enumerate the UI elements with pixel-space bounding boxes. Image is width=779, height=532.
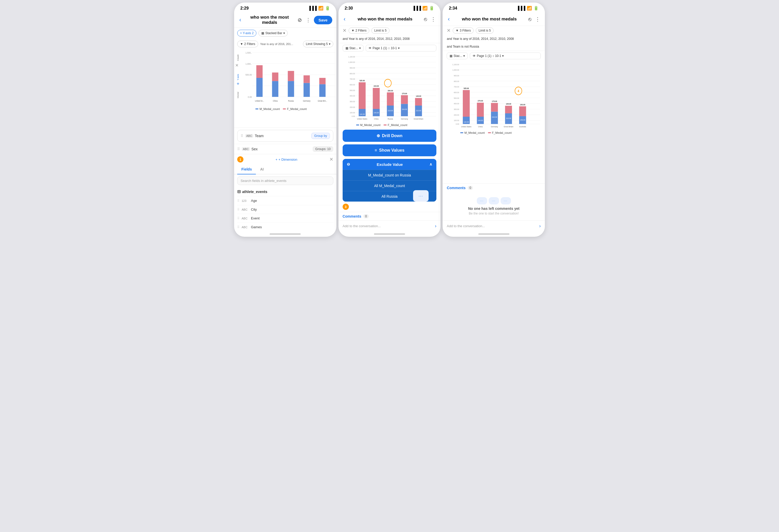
toolbar-1: + Y-axis 2 ▦ Stacked Bar ▾ [234,28,337,39]
field-drag-city[interactable]: ⠿ [237,208,240,211]
back-button-2[interactable]: ‹ [343,15,347,23]
svg-text:Russia: Russia [288,99,294,102]
svg-text:144.00: 144.00 [478,120,483,122]
svg-text:525.00: 525.00 [464,87,469,89]
drill-down-label: Drill Down [382,134,403,138]
group-by-button[interactable]: Group by [311,133,330,139]
page-label-3: Page 1 (1) [477,54,491,58]
y-axis-chip[interactable]: + Y-axis 2 [237,30,256,37]
groups-badge: Groups: 10 [313,146,333,152]
svg-text:Germany: Germany [401,118,408,120]
screen-3: 2:34 ▐▐▐ 📶 🔋 ‹ who won the most medals ⎋… [442,3,545,237]
share-icon-3[interactable]: ⎋ [528,16,532,23]
exclude-value-header[interactable]: ⊖ Exclude Value ∧ [343,159,437,170]
legend-label-female-3: F_Medal_count [492,131,512,134]
search-fields-input[interactable]: Search fields in athlete_events [237,177,333,185]
legend-3: M_Medal_count F_Medal_count [447,130,541,135]
drag-handle-sex[interactable]: ⠿ [237,147,240,151]
sex-row: ⠿ ABC Sex Groups: 10 [234,144,337,154]
chart-svg-1: 1,500.. 1,000.. 500.00 0.00 [242,50,337,106]
filter-icon-1[interactable]: ⊘ [297,16,302,23]
nav-actions-2: ⎋ ⋮ [423,15,436,23]
add-conv-text-2: Add to the conversation... [343,224,434,228]
bubble-1: ··· [477,197,487,204]
legend-dot-male [255,109,258,110]
filters-chip-1[interactable]: ▼ 2 Filters [237,41,258,47]
legend-dot-male-3 [460,132,463,133]
y-axis-tabs: Count ✕ Y-axis + Medal [234,50,242,128]
db-icon: ⊟ [237,189,241,194]
exclude-m-russia[interactable]: M_Medal_count on Russia [343,170,437,180]
nav-actions-3: ⎋ ⋮ [528,15,541,23]
filter-count-3: 3 Filters [460,29,471,32]
exclude-label: Exclude Value [377,162,403,167]
chart-controls-2: ▦ Stac... ▾ 👁 Page 1 (1) ↕ 10-1 ▾ [339,43,441,53]
chart-wrapper-2: 1,100.00 1,000.00 900.00 800.00 700.00 6… [343,55,437,122]
field-drag-event[interactable]: ⠿ [237,216,240,220]
page-select-2[interactable]: 👁 Page 1 (1) ↕ 10-1 ▾ [366,45,437,52]
page-select-3[interactable]: 👁 Page 1 (1) ↕ 10-1 ▾ [470,53,541,59]
filter-chip-3[interactable]: ▼ 3 Filters [453,27,474,34]
limit-chip-3[interactable]: Limit is 5 [476,27,494,34]
close-dimension-button[interactable]: ✕ [329,156,333,162]
tab-fields[interactable]: Fields [237,164,256,175]
filter-row-3: ✕ ▼ 3 Filters Limit is 5 and Year is any… [442,26,545,51]
drag-handle-team[interactable]: ⠿ [241,134,243,138]
legend-item-male: M_Medal_count [255,108,280,111]
comments-label-2: Comments [343,214,361,218]
status-time-2: 2:30 [345,6,353,11]
back-button-1[interactable]: ‹ [238,15,242,24]
svg-rect-10 [256,65,262,78]
stacked-button-3[interactable]: ▦ Stac... ▾ [447,53,468,59]
field-type-city: ABC [242,208,249,211]
legend-dot-female-3 [488,132,491,133]
chart-type-chip[interactable]: ▦ Stacked Bar ▾ [258,30,288,37]
show-values-icon: ≡ [374,148,377,153]
page-label-2: Page 1 (1) [373,46,387,50]
chart-type-arrow: ▾ [283,31,285,35]
filter-icon-2: ▼ [351,29,355,32]
svg-rect-11 [272,81,278,97]
field-type-age: 123 [242,199,249,202]
limit-chip-1[interactable]: Limit Showing 5 ▾ [303,41,333,47]
stacked-button-2[interactable]: ▦ Stac... ▾ [343,45,364,52]
svg-text:1,500..: 1,500.. [245,51,252,54]
limit-chip-2[interactable]: Limit is 5 [371,27,389,34]
field-drag-games[interactable]: ⠿ [237,225,240,229]
chart-type-label: Stacked Bar [265,31,282,35]
filter-close-2[interactable]: ✕ [343,28,347,34]
status-bar-3: 2:34 ▐▐▐ 📶 🔋 [442,3,545,13]
add-dimension-button[interactable]: + + Dimension [276,157,297,161]
screen-1: 2:29 ▐▐▐ 📶 🔋 ‹ who won the most medals ⊘… [234,3,337,237]
filter-chip-2[interactable]: ▼ 2 Filters [349,27,370,34]
add-conversation-2[interactable]: Add to the conversation... › [339,220,441,231]
svg-text:525.00: 525.00 [359,79,365,81]
signal-icon-1: ▐▐▐ [308,6,317,11]
dimensions-section: ⠿ ABC Team Group by [234,128,337,144]
legend-item-female: F_Medal_count [283,108,307,111]
save-button-1[interactable]: Save [314,16,332,24]
stacked-icon-2: ▦ [346,46,348,50]
no-comments-sub: Be the one to start the conversation! [447,212,541,215]
more-icon-2[interactable]: ⋮ [430,15,436,23]
back-button-3[interactable]: ‹ [447,15,451,23]
svg-text:Germany: Germany [491,126,498,128]
svg-text:Great Britain: Great Britain [414,118,423,120]
field-drag-age[interactable]: ⠿ [237,199,240,203]
legend-label-male: M_Medal_count [259,108,280,111]
add-axis-button[interactable]: + [236,80,241,88]
svg-rect-17 [319,84,325,97]
close-x-1[interactable]: ✕ [234,62,240,69]
filter-close-3[interactable]: ✕ [447,28,451,34]
more-icon-3[interactable]: ⋮ [535,15,541,23]
exclude-all-m[interactable]: All M_Medal_count [343,180,437,191]
more-icon-1[interactable]: ⋮ [305,16,311,23]
drill-down-button[interactable]: ⊕ Drill Down [343,130,437,142]
status-time-1: 2:29 [240,6,249,11]
count-label: Count [237,55,239,61]
tab-ai[interactable]: AI [256,164,268,175]
chat-bubbles: ··· ··· ··· [447,197,541,204]
show-values-button[interactable]: ≡ Show Values [343,144,437,156]
add-conversation-3[interactable]: Add to the conversation... › [442,220,545,231]
share-icon-2[interactable]: ⎋ [423,16,428,23]
